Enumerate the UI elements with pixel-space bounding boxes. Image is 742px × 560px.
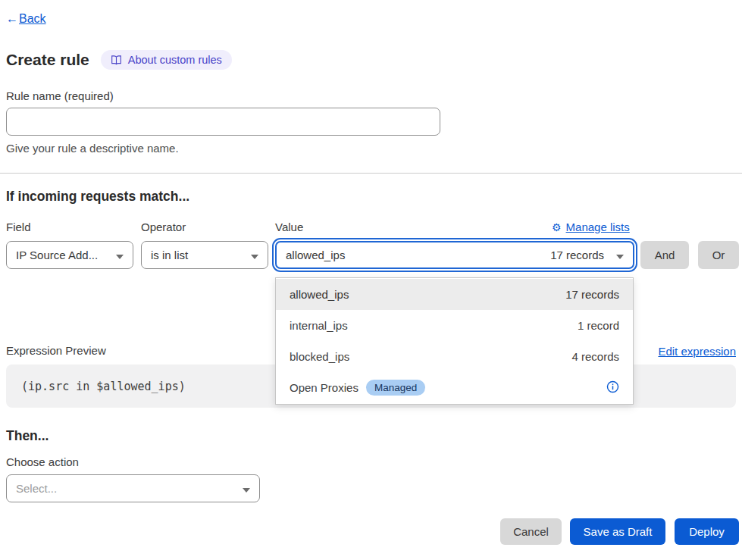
about-custom-rules-label: About custom rules — [128, 54, 222, 66]
value-dropdown-panel: allowed_ips 17 records internal_ips 1 re… — [275, 277, 634, 405]
rule-name-helper: Give your rule a descriptive name. — [6, 142, 179, 155]
field-select-value: IP Source Add... — [16, 249, 98, 261]
deploy-button[interactable]: Deploy — [675, 518, 739, 545]
list-item-name: Open Proxies — [290, 381, 358, 394]
cancel-button[interactable]: Cancel — [500, 518, 562, 545]
match-section-heading: If incoming requests match... — [6, 189, 189, 205]
rule-name-input[interactable] — [6, 108, 440, 136]
list-item-name: allowed_ips — [290, 288, 349, 301]
save-as-draft-button[interactable]: Save as Draft — [570, 518, 665, 545]
action-select-placeholder: Select... — [16, 482, 57, 495]
page-title: Create rule — [6, 51, 89, 69]
value-label: Value — [275, 221, 303, 233]
value-select[interactable]: allowed_ips 17 records — [275, 241, 634, 269]
list-item-meta: 17 records — [565, 288, 619, 301]
list-item-open-proxies[interactable]: Open Proxies Managed — [276, 372, 633, 403]
operator-select[interactable]: is in list — [141, 241, 268, 269]
list-item-name: internal_ips — [290, 319, 348, 332]
then-section-heading: Then... — [6, 428, 49, 444]
back-link-label: Back — [19, 12, 46, 25]
list-item-internal-ips[interactable]: internal_ips 1 record — [276, 310, 633, 341]
and-button[interactable]: And — [640, 241, 689, 269]
chevron-down-icon — [243, 482, 250, 495]
section-divider — [0, 173, 742, 174]
or-button[interactable]: Or — [698, 241, 739, 269]
list-item-blocked-ips[interactable]: blocked_ips 4 records — [276, 341, 633, 372]
operator-label: Operator — [141, 221, 186, 233]
field-label: Field — [6, 221, 31, 233]
info-icon[interactable] — [606, 380, 619, 396]
manage-lists-link[interactable]: ⚙ Manage lists — [552, 221, 630, 233]
managed-badge: Managed — [366, 380, 425, 396]
field-select[interactable]: IP Source Add... — [6, 241, 133, 269]
list-item-name: blocked_ips — [290, 350, 349, 363]
title-row: Create rule About custom rules — [6, 50, 232, 70]
expression-preview-label: Expression Preview — [6, 344, 106, 357]
about-custom-rules-link[interactable]: About custom rules — [101, 50, 232, 70]
rule-name-label: Rule name (required) — [6, 89, 114, 102]
back-arrow-icon: ← — [6, 12, 18, 25]
create-rule-page: ←Back Create rule About custom rules Rul… — [0, 0, 742, 560]
manage-lists-label: Manage lists — [566, 221, 630, 233]
chevron-down-icon — [116, 249, 124, 261]
list-item-meta: 1 record — [578, 319, 619, 332]
chevron-down-icon — [251, 249, 258, 261]
book-icon — [111, 55, 122, 66]
expression-code: (ip.src in $allowed_ips) — [21, 380, 186, 393]
list-item-allowed-ips[interactable]: allowed_ips 17 records — [276, 279, 633, 310]
back-link[interactable]: ←Back — [6, 12, 46, 26]
choose-action-label: Choose action — [6, 455, 79, 468]
list-item-meta: 4 records — [571, 350, 619, 363]
edit-expression-link[interactable]: Edit expression — [658, 345, 736, 358]
action-select[interactable]: Select... — [6, 474, 260, 502]
operator-select-value: is in list — [151, 249, 188, 261]
chevron-down-icon — [616, 249, 624, 261]
value-select-value: allowed_ips — [286, 249, 345, 261]
gear-icon: ⚙ — [552, 222, 562, 233]
value-select-meta: 17 records — [550, 249, 604, 261]
